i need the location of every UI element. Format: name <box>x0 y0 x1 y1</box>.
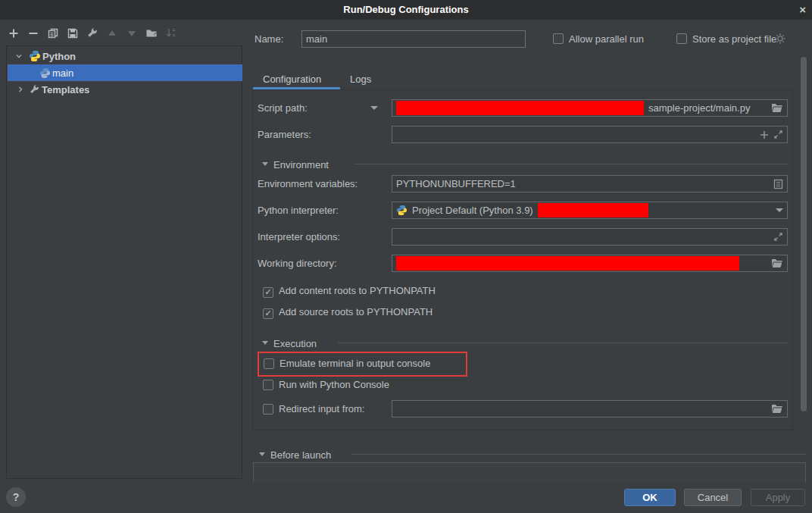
environment-variables-value: PYTHONUNBUFFERED=1 <box>396 178 769 189</box>
chevron-right-icon[interactable] <box>17 86 24 93</box>
tree-item-main[interactable]: main <box>8 64 242 81</box>
collapse-arrow-icon <box>262 162 268 166</box>
browse-variables-icon[interactable] <box>773 179 783 189</box>
execution-section-title: Execution <box>273 335 317 352</box>
run-debug-configurations-dialog: { "colors": { "selection_blue": "#3c6dbd… <box>0 0 812 513</box>
vertical-scrollbar[interactable] <box>801 57 807 411</box>
cancel-button[interactable]: Cancel <box>684 489 742 506</box>
allow-parallel-run-checkbox[interactable] <box>553 33 564 46</box>
redirect-input-input[interactable] <box>392 400 788 418</box>
python-interpreter-value: Project Default (Python 3.9) <box>412 205 533 216</box>
execution-section-header[interactable]: Execution <box>262 335 317 352</box>
collapse-arrow-icon <box>259 452 265 456</box>
tab-configuration[interactable]: Configuration <box>263 74 321 85</box>
python-interpreter-label: Python interpreter: <box>258 202 339 219</box>
allow-parallel-run-label: Allow parallel run <box>569 33 644 45</box>
expand-field-icon[interactable] <box>773 232 783 242</box>
folder-icon[interactable] <box>771 103 783 114</box>
python-icon <box>29 50 41 62</box>
folder-icon[interactable] <box>771 258 783 269</box>
script-path-value: sample-project/main.py <box>648 102 750 114</box>
expand-field-icon[interactable] <box>773 130 783 139</box>
interpreter-options-input[interactable] <box>392 228 788 246</box>
name-input[interactable]: main <box>301 30 526 48</box>
redirect-input-label: Redirect input from: <box>279 403 364 415</box>
parameters-label: Parameters: <box>258 126 311 143</box>
add-content-roots-label: Add content roots to PYTHONPATH <box>279 285 436 297</box>
move-up-icon <box>106 27 118 39</box>
store-as-project-file-checkbox[interactable] <box>676 33 687 46</box>
gear-icon[interactable] <box>774 33 786 45</box>
help-button[interactable]: ? <box>6 487 26 507</box>
section-divider <box>354 164 788 164</box>
wrench-icon <box>29 84 40 95</box>
tree-item-label: Python <box>42 51 76 62</box>
environment-section-header[interactable]: Environment <box>262 156 329 174</box>
move-down-icon <box>126 27 138 39</box>
add-configuration-icon[interactable] <box>8 27 20 39</box>
redirect-input-checkbox[interactable] <box>263 404 273 417</box>
environment-variables-input[interactable]: PYTHONUNBUFFERED=1 <box>392 175 788 192</box>
configurations-toolbar <box>8 27 177 39</box>
section-divider <box>338 343 788 343</box>
tree-item-python[interactable]: Python <box>8 48 242 64</box>
working-directory-label: Working directory: <box>258 255 337 272</box>
remove-configuration-icon[interactable] <box>27 27 39 39</box>
tree-item-label: main <box>52 67 73 79</box>
redaction-block <box>396 101 644 115</box>
section-divider <box>351 454 806 455</box>
script-path-dropdown-icon[interactable] <box>370 106 378 110</box>
apply-button: Apply <box>751 489 805 506</box>
parameters-input[interactable] <box>392 126 788 143</box>
before-launch-section-title: Before launch <box>270 446 331 464</box>
dialog-title: Run/Debug Configurations <box>0 0 812 20</box>
before-launch-task-list[interactable] <box>253 462 806 482</box>
add-source-roots-label: Add source roots to PYTHONPATH <box>279 306 433 318</box>
save-configuration-icon[interactable] <box>67 27 79 39</box>
tree-item-templates[interactable]: Templates <box>8 81 242 98</box>
close-icon[interactable]: × <box>799 0 806 20</box>
run-with-python-console-checkbox[interactable] <box>263 380 273 393</box>
dropdown-arrow-icon[interactable] <box>776 208 783 212</box>
python-interpreter-select[interactable]: Project Default (Python 3.9) <box>392 202 788 219</box>
environment-section-title: Environment <box>273 156 329 174</box>
python-icon <box>39 67 51 79</box>
tab-logs[interactable]: Logs <box>350 74 371 85</box>
redaction-block <box>538 203 648 217</box>
active-tab-underline <box>253 87 340 89</box>
add-source-roots-checkbox[interactable]: ✓ <box>263 307 273 319</box>
python-icon <box>396 205 408 216</box>
chevron-down-icon[interactable] <box>15 52 23 60</box>
folder-icon[interactable] <box>771 404 783 414</box>
collapse-arrow-icon <box>262 341 268 345</box>
new-folder-icon[interactable] <box>145 27 158 39</box>
add-macro-icon[interactable] <box>760 130 769 139</box>
store-as-project-file-label: Store as project file <box>692 33 776 45</box>
emulate-terminal-checkbox[interactable] <box>264 358 274 371</box>
configurations-tree: Python main Templates <box>6 45 242 479</box>
edit-templates-icon[interactable] <box>86 27 98 39</box>
redaction-block <box>396 256 739 271</box>
tree-item-label: Templates <box>42 84 89 95</box>
emulate-terminal-label: Emulate terminal in output console <box>280 358 430 370</box>
name-value: main <box>306 33 327 45</box>
copy-configuration-icon[interactable] <box>47 27 59 39</box>
name-label: Name: <box>255 30 283 48</box>
script-path-input[interactable]: sample-project/main.py <box>392 99 788 117</box>
interpreter-options-label: Interpreter options: <box>258 228 340 246</box>
script-path-label: Script path: <box>258 99 308 117</box>
add-content-roots-checkbox[interactable]: ✓ <box>263 286 273 298</box>
before-launch-section-header[interactable]: Before launch <box>259 446 331 464</box>
working-directory-input[interactable] <box>392 255 788 272</box>
ok-button[interactable]: OK <box>624 489 676 506</box>
title-bar: Run/Debug Configurations <box>0 0 812 20</box>
run-with-python-console-label: Run with Python Console <box>279 379 389 391</box>
sort-alphabetically-icon <box>165 27 177 39</box>
environment-variables-label: Environment variables: <box>258 175 358 192</box>
